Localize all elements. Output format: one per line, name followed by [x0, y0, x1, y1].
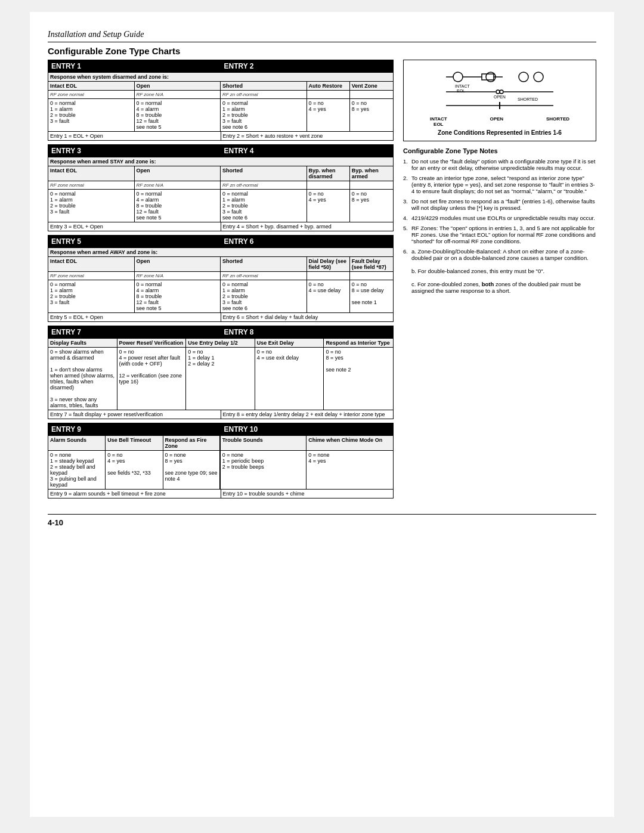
main-content: ENTRY 1 ENTRY 2 Response when system dis…: [48, 60, 596, 502]
note-item-3: 3. Do not set fire zones to respond as a…: [403, 198, 596, 211]
entry-3-notes-row: RF zone normal RF zone N/A RF zn off-nor…: [48, 181, 393, 189]
entry-9-title: ENTRY 9: [48, 423, 221, 435]
entry-10-half: ENTRY 10: [221, 423, 394, 435]
entry-1-half: ENTRY 1: [48, 60, 221, 72]
entry-5-6-wrapper: ENTRY 5 ENTRY 6 Response when armed AWAY…: [48, 235, 394, 322]
note-item-1: 1. Do not use the "fault delay" option w…: [403, 158, 596, 171]
col3-open: Open: [135, 166, 221, 181]
entry-9-10-footers: Entry 9 = alarm sounds + bell timeout + …: [48, 489, 393, 498]
entry-3-subtitle: Response when armed STAY and zone is:: [48, 157, 393, 166]
entry-3-4-footers: Entry 3 = EOL + Open Entry 4 = Short + b…: [48, 222, 393, 231]
col9-respond-fire: Respond as Fire Zone: [163, 435, 221, 450]
zone-diagram-svg: INTACT EOL OPEN SHORTED: [446, 65, 553, 113]
entry-4-half: ENTRY 4: [221, 145, 394, 157]
col7-respond-interior: Respond as Interior Type: [324, 338, 393, 347]
svg-point-10: [496, 90, 500, 94]
col-shorted: Shorted: [221, 81, 307, 90]
col1-note: RF zone normal: [48, 90, 135, 98]
col2-note: RF zone N/A: [135, 90, 221, 98]
label-open: OPEN: [490, 116, 503, 127]
section-title: Configurable Zone Type Charts: [48, 46, 596, 56]
entry1-footer: Entry 1 = EOL + Open: [48, 132, 221, 140]
col-vent-zone: Vent Zone: [350, 81, 393, 90]
entry10-col1-vals: 0 = none1 = periodic beep2 = trouble bee…: [221, 450, 307, 489]
entry-9-half: ENTRY 9: [48, 423, 221, 435]
entry-3-col-headers: Intact EOL Open Shorted Byp. when disarm…: [48, 166, 393, 181]
entry6-footer: Entry 6 = Short + dial delay + fault del…: [221, 313, 394, 321]
entry9-col1-vals: 0 = none1 = steady keypad2 = steady bell…: [48, 450, 106, 489]
svg-point-11: [500, 90, 503, 94]
entry-1-2-footers: Entry 1 = EOL + Open Entry 2 = Short + a…: [48, 131, 393, 140]
note-item-2: 2. To create an interior type zone, sele…: [403, 175, 596, 194]
entry-3-vals: 0 = normal1 = alarm2 = trouble3 = fault …: [48, 189, 393, 222]
col3-intact-eol: Intact EOL: [48, 166, 135, 181]
note-item-4: 4. 4219/4229 modules must use EOLRs or u…: [403, 215, 596, 221]
zone-diagram: INTACT EOL OPEN SHORTED INTACTEOL OPEN S…: [403, 60, 596, 141]
entry-5-6-footers: Entry 5 = EOL + Open Entry 6 = Short + d…: [48, 312, 393, 321]
entry8-footer: Entry 8 = entry delay 1/entry delay 2 + …: [221, 410, 394, 419]
entry-7-title: ENTRY 7: [48, 326, 221, 338]
col5-note: [350, 90, 393, 98]
entry-5-subtitle: Response when armed AWAY and zone is:: [48, 247, 393, 256]
col7-use-exit: Use Exit Delay: [255, 338, 324, 347]
entry-2-title: ENTRY 2: [221, 60, 394, 72]
svg-text:EOL: EOL: [457, 89, 465, 93]
entry9-footer: Entry 9 = alarm sounds + bell timeout + …: [48, 490, 221, 498]
entry-5-6-header: ENTRY 5 ENTRY 6: [48, 236, 393, 247]
entry-1-notes-row: RF zone normal RF zone N/A RF zn off-nor…: [48, 90, 393, 98]
entry-5-title: ENTRY 5: [48, 236, 221, 247]
entry10-footer: Entry 10 = trouble sounds + chime: [221, 490, 394, 498]
zone-diagram-title: Zone Conditions Represented in Entries 1…: [408, 129, 591, 136]
entry5-footer: Entry 5 = EOL + Open: [48, 313, 221, 321]
label-shorted: SHORTED: [546, 116, 569, 127]
svg-point-2: [519, 72, 528, 82]
col3-shorted: Shorted: [221, 166, 307, 181]
col3-byp-disarmed: Byp. when disarmed: [307, 166, 350, 181]
col3-byp-armed: Byp. when armed: [350, 166, 393, 181]
entry-7-col-headers: Display Faults Power Reset/ Verification…: [48, 338, 393, 347]
entry-3-4-wrapper: ENTRY 3 ENTRY 4 Response when armed STAY…: [48, 144, 394, 231]
entry-3-title: ENTRY 3: [48, 145, 221, 157]
col10-trouble-sounds: Trouble Sounds: [221, 435, 307, 450]
right-column: INTACT EOL OPEN SHORTED INTACTEOL OPEN S…: [403, 60, 596, 502]
col7-power-reset: Power Reset/ Verification: [117, 338, 187, 347]
entry-2-half: ENTRY 2: [221, 60, 394, 72]
entry-10-title: ENTRY 10: [221, 423, 394, 435]
col10-chime: Chime when Chime Mode On: [306, 435, 393, 450]
entry-7-8-header: ENTRY 7 ENTRY 8: [48, 326, 393, 338]
svg-point-3: [534, 72, 543, 82]
entry-1-col-headers: Intact EOL Open Shorted Auto Restore Ven…: [48, 81, 393, 90]
entry1-col4-vals: 0 = no4 = yes: [307, 98, 350, 131]
entry-8-half: ENTRY 8: [221, 326, 394, 338]
col9-alarm-sounds: Alarm Sounds: [48, 435, 106, 450]
entry-9-10-col-headers: Alarm Sounds Use Bell Timeout Respond as…: [48, 435, 393, 450]
page-header: Installation and Setup Guide: [48, 30, 596, 42]
page: Installation and Setup Guide Configurabl…: [30, 12, 614, 817]
entry-9-10-header: ENTRY 9 ENTRY 10: [48, 423, 393, 435]
col4-note: [307, 90, 350, 98]
entry-7-8-footers: Entry 7 = fault display + power reset/ve…: [48, 410, 393, 419]
entry9-col2-vals: 0 = no4 = yessee fields *32, *33: [106, 450, 163, 489]
entry-1-subtitle: Response when system disarmed and zone i…: [48, 72, 393, 81]
notes-list: 1. Do not use the "fault delay" option w…: [403, 158, 596, 294]
header-text: Installation and Setup Guide: [48, 30, 144, 39]
label-intact-eol: INTACTEOL: [430, 116, 447, 127]
note-item-6: 6. a. Zone-Doubling/Double-Balanced: A s…: [403, 248, 596, 294]
entry1-col5-vals: 0 = no8 = yes: [350, 98, 393, 131]
zone-labels: INTACTEOL OPEN SHORTED: [408, 116, 591, 127]
entry-1-2-header: ENTRY 1 ENTRY 2: [48, 60, 393, 72]
svg-text:SHORTED: SHORTED: [518, 97, 538, 101]
entry7-footer: Entry 7 = fault display + power reset/ve…: [48, 410, 221, 419]
notes-section: Configurable Zone Type Notes 1. Do not u…: [403, 147, 596, 294]
col7-display-faults: Display Faults: [48, 338, 117, 347]
entry-5-half: ENTRY 5: [48, 236, 221, 247]
entry-6-title: ENTRY 6: [221, 236, 394, 247]
col-auto-restore: Auto Restore: [307, 81, 350, 90]
entry4-footer: Entry 4 = Short + byp. disarmed + byp. a…: [221, 222, 394, 231]
col-intact-eol: Intact EOL: [48, 81, 135, 90]
entry-1-vals: 0 = normal1 = alarm2 = trouble3 = fault …: [48, 98, 393, 131]
svg-text:OPEN: OPEN: [494, 95, 506, 99]
entry-3-4-header: ENTRY 3 ENTRY 4: [48, 145, 393, 157]
entry-7-half: ENTRY 7: [48, 326, 221, 338]
entry-3-half: ENTRY 3: [48, 145, 221, 157]
